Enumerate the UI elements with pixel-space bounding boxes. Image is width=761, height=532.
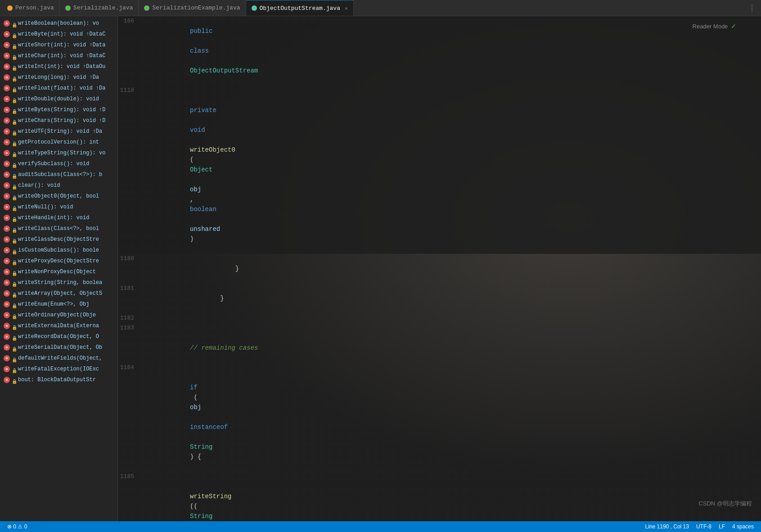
comment-1183: // remaining cases bbox=[190, 344, 258, 352]
sidebar-item-0[interactable]: m 🔒 writeBoolean(boolean): vo bbox=[0, 18, 117, 29]
tab-serializable-java[interactable]: Serializable.java bbox=[60, 0, 139, 16]
method-icon-31: m bbox=[4, 355, 10, 361]
sidebar-item-16[interactable]: m 🔒 writeObject0(Object, bool bbox=[0, 191, 117, 202]
tab-objectoutputstream[interactable]: ObjectOutputStream.java ✕ bbox=[246, 0, 354, 16]
code-line-1118: 1118 private void writeObject0 ( Object … bbox=[118, 86, 761, 254]
method-icon-30: m bbox=[4, 344, 10, 351]
method-icon-32: m bbox=[4, 366, 10, 372]
lock-icon-27: 🔒 bbox=[12, 313, 16, 317]
main-area: m 🔒 writeBoolean(boolean): vo m 🔒 writeB… bbox=[0, 16, 761, 521]
sidebar-text-22: writeProxyDesc(ObjectStre bbox=[18, 257, 99, 266]
plain-sp1118 bbox=[190, 117, 194, 124]
code-container[interactable]: 1180 } 1181 } 1182 bbox=[118, 254, 761, 521]
plain-sp2-1118 bbox=[190, 136, 194, 144]
sidebar-item-9[interactable]: m 🔒 writeChars(String): void ↑D bbox=[0, 115, 117, 126]
status-left: ⊗ 0 ⚠ 0 bbox=[7, 523, 27, 530]
sidebar: m 🔒 writeBoolean(boolean): vo m 🔒 writeB… bbox=[0, 16, 118, 521]
line-content-1181[interactable]: } bbox=[150, 284, 761, 313]
sidebar-item-26[interactable]: m 🔒 writeEnum(Enum<?>, Obj bbox=[0, 299, 117, 310]
line-num-1180: 1180 bbox=[118, 254, 141, 264]
sidebar-item-32[interactable]: m 🔒 writeFatalException(IOExc bbox=[0, 364, 117, 374]
sidebar-item-27[interactable]: m 🔒 writeOrdinaryObject(Obje bbox=[0, 310, 117, 320]
sidebar-item-4[interactable]: m 🔒 writeInt(int): void ↑DataOu bbox=[0, 61, 117, 72]
lock-icon-10: 🔒 bbox=[12, 129, 16, 134]
tab-label-serializable: Serializable.java bbox=[73, 5, 133, 11]
sidebar-item-31[interactable]: m 🔒 defaultWriteFields(Object, bbox=[0, 353, 117, 364]
lock-icon-3: 🔒 bbox=[12, 54, 16, 58]
line-content-166[interactable]: public class ObjectOutputStream bbox=[150, 16, 761, 86]
sidebar-text-24: writeString(String, boolea bbox=[18, 278, 102, 287]
sidebar-text-3: writeChar(int): void ↑DataC bbox=[18, 51, 105, 60]
tab-close-objectoutputstream[interactable]: ✕ bbox=[345, 5, 348, 11]
line-content-1184[interactable]: if ( obj instanceof String ) { bbox=[150, 363, 761, 472]
line-content-1180[interactable]: } bbox=[150, 254, 761, 284]
sidebar-item-1[interactable]: m 🔒 writeByte(int): void ↑DataC bbox=[0, 29, 117, 40]
sidebar-item-8[interactable]: m 🔒 writeBytes(String): void ↑D bbox=[0, 104, 117, 115]
sidebar-item-15[interactable]: m 🔒 clear(): void bbox=[0, 180, 117, 191]
sidebar-item-13[interactable]: m 🔒 verifySubclass(): void bbox=[0, 158, 117, 169]
lock-icon-14: 🔒 bbox=[12, 172, 16, 177]
sidebar-item-12[interactable]: m 🔒 writeTypeString(String): vo bbox=[0, 148, 117, 158]
plain-closeparen: ) bbox=[190, 235, 194, 243]
code-line-166: 166 public class ObjectOutputStream bbox=[118, 16, 761, 86]
sidebar-item-30[interactable]: m 🔒 writeSerialData(Object, Ob bbox=[0, 342, 117, 353]
method-icon-11: m bbox=[4, 139, 10, 145]
method-icon-2: m bbox=[4, 42, 10, 48]
sidebar-item-20[interactable]: m 🔒 writeClassDesc(ObjectStre bbox=[0, 234, 117, 245]
tab-more-button[interactable]: ⋮ bbox=[743, 4, 761, 13]
tab-icon-serializationexample bbox=[144, 5, 149, 11]
sidebar-item-2[interactable]: m 🔒 writeShort(int): void ↑Data bbox=[0, 40, 117, 50]
sidebar-text-6: writeFloat(float): void ↑Da bbox=[18, 84, 105, 93]
param-obj: obj bbox=[190, 186, 201, 193]
sidebar-item-17[interactable]: m 🔒 writeNull(): void bbox=[0, 202, 117, 212]
line-num-166: 166 bbox=[118, 16, 141, 26]
sidebar-text-26: writeEnum(Enum<?>, Obj bbox=[18, 300, 89, 309]
kw-instanceof-1184: instanceof bbox=[190, 424, 228, 431]
sidebar-item-29[interactable]: m 🔒 writeRecordData(Object, O bbox=[0, 331, 117, 342]
line-content-1185[interactable]: writeString (( String ) obj , unshared )… bbox=[150, 472, 761, 521]
method-icon-28: m bbox=[4, 323, 10, 329]
method-icon-5: m bbox=[4, 74, 10, 81]
line-num-1184: 1184 bbox=[118, 363, 141, 373]
lock-icon-24: 🔒 bbox=[12, 280, 16, 285]
plain-indent-1183 bbox=[190, 334, 220, 342]
sidebar-item-28[interactable]: m 🔒 writeExternalData(Externa bbox=[0, 320, 117, 331]
reader-mode-button[interactable]: Reader Mode bbox=[693, 23, 728, 30]
sidebar-item-5[interactable]: m 🔒 writeLong(long): void ↑Da bbox=[0, 72, 117, 83]
lock-icon-33: 🔒 bbox=[12, 378, 16, 382]
lock-icon-8: 🔒 bbox=[12, 108, 16, 112]
line-content-1183[interactable]: // remaining cases bbox=[150, 323, 761, 363]
method-icon-19: m bbox=[4, 225, 10, 232]
tab-person-java[interactable]: Person.java bbox=[2, 0, 60, 16]
sidebar-item-10[interactable]: m 🔒 writeUTF(String): void ↑Da bbox=[0, 126, 117, 137]
plain-1180: } bbox=[190, 265, 239, 272]
sidebar-text-30: writeSerialData(Object, Ob bbox=[18, 343, 102, 352]
sidebar-item-33[interactable]: m 🔒 bout: BlockDataOutputStr bbox=[0, 374, 117, 385]
code-line-1181: 1181 } bbox=[118, 284, 761, 313]
line-content-1118[interactable]: private void writeObject0 ( Object obj ,… bbox=[150, 86, 761, 254]
lock-icon-25: 🔒 bbox=[12, 291, 16, 296]
kw-class: class bbox=[190, 47, 209, 54]
method-icon-26: m bbox=[4, 301, 10, 307]
code-line-1182: 1182 bbox=[118, 313, 761, 323]
sidebar-item-21[interactable]: m 🔒 isCustomSubclass(): boole bbox=[0, 245, 117, 256]
sidebar-text-0: writeBoolean(boolean): vo bbox=[18, 19, 99, 28]
sidebar-text-31: defaultWriteFields(Object, bbox=[18, 354, 102, 363]
sidebar-item-3[interactable]: m 🔒 writeChar(int): void ↑DataC bbox=[0, 50, 117, 61]
sidebar-item-19[interactable]: m 🔒 writeClass(Class<?>, bool bbox=[0, 223, 117, 234]
sidebar-item-22[interactable]: m 🔒 writeProxyDesc(ObjectStre bbox=[0, 256, 117, 266]
p1184a bbox=[190, 374, 220, 381]
sidebar-item-18[interactable]: m 🔒 writeHandle(int): void bbox=[0, 212, 117, 223]
sidebar-item-6[interactable]: m 🔒 writeFloat(float): void ↑Da bbox=[0, 83, 117, 94]
sidebar-text-9: writeChars(String): void ↑D bbox=[18, 116, 105, 125]
tab-serialization-example[interactable]: SerializationExample.java bbox=[139, 0, 246, 16]
sidebar-item-14[interactable]: m 🔒 auditSubclass(Class<?>): b bbox=[0, 169, 117, 180]
sidebar-item-7[interactable]: m 🔒 writeDouble(double): void bbox=[0, 94, 117, 104]
lock-icon-22: 🔒 bbox=[12, 259, 16, 263]
code-line-1185: 1185 writeString (( String ) obj , unsha… bbox=[118, 472, 761, 521]
sidebar-item-11[interactable]: m 🔒 getProtocolVersion(): int bbox=[0, 137, 117, 148]
sidebar-item-25[interactable]: m 🔒 writeArray(Object, ObjectS bbox=[0, 288, 117, 299]
sidebar-item-24[interactable]: m 🔒 writeString(String, boolea bbox=[0, 277, 117, 288]
sidebar-item-23[interactable]: m 🔒 writeNonProxyDesc(Object bbox=[0, 266, 117, 277]
p1184e: ) { bbox=[190, 453, 201, 460]
